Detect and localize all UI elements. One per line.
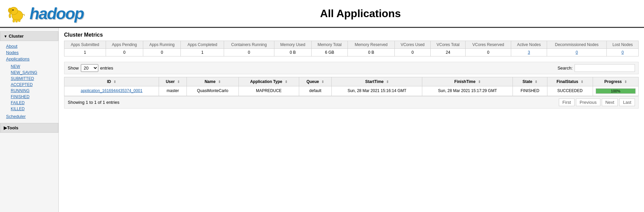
col-progress-label: Progress (604, 79, 622, 84)
sidebar-accepted-link[interactable]: ACCEPTED (9, 82, 58, 88)
app-sub-links: NEW NEW_SAVING SUBMITTED ACCEPTED RUNNIN… (0, 63, 58, 113)
col-final-status-sort-icon: ⇕ (581, 80, 583, 84)
cluster-metrics-title: Cluster Metrics (64, 32, 639, 38)
col-progress-sort-icon: ⇕ (624, 80, 627, 84)
svg-point-2 (8, 8, 12, 13)
sidebar-nodes-link[interactable]: Nodes (5, 49, 58, 56)
col-app-type-sort-icon: ⇕ (285, 80, 287, 84)
col-finish-time-sort-icon: ⇕ (478, 80, 481, 84)
metrics-col-memory-used: Memory Used (274, 41, 311, 49)
col-finish-time[interactable]: FinishTime ⇕ (422, 77, 513, 86)
col-user[interactable]: User ⇕ (159, 77, 187, 86)
metrics-val-vcores-used: 0 (394, 49, 430, 56)
col-start-time-label: StartTime (365, 79, 384, 84)
cell-final-status: SUCCEEDED (547, 86, 593, 96)
metrics-val-vcores-total: 24 (431, 49, 466, 56)
metrics-val-lost-nodes[interactable]: 0 (607, 49, 639, 56)
col-user-label: User (166, 79, 175, 84)
sidebar-about-link[interactable]: About (5, 43, 58, 49)
metrics-val-apps-pending: 0 (106, 49, 143, 56)
last-page-button[interactable]: Last (619, 98, 635, 106)
decommissioned-nodes-link[interactable]: 0 (576, 50, 578, 55)
metrics-col-vcores-total: VCores Total (431, 41, 466, 49)
metrics-val-apps-completed: 1 (181, 49, 224, 56)
hadoop-logo-text: hadoop (30, 4, 84, 23)
metrics-val-memory-used: 0 B (274, 49, 311, 56)
cluster-links: About Nodes Applications (0, 42, 58, 63)
metrics-col-active-nodes: Active Nodes (511, 41, 547, 49)
metrics-col-containers-running: Containers Running (224, 41, 274, 49)
sidebar-scheduler-link[interactable]: Scheduler (5, 113, 58, 120)
metrics-col-apps-submitted: Apps Submitted (64, 41, 106, 49)
logo-area: hadoop (7, 3, 84, 24)
cluster-metrics-table: Apps Submitted Apps Pending Apps Running… (64, 41, 639, 56)
col-app-type[interactable]: Application Type ⇕ (238, 77, 299, 86)
sidebar-failed-link[interactable]: FAILED (9, 100, 58, 106)
cell-state: FINISHED (513, 86, 547, 96)
col-queue-sort-icon: ⇕ (321, 80, 324, 84)
metrics-val-memory-total: 6 GB (312, 49, 348, 56)
sidebar-killed-link[interactable]: KILLED (9, 106, 58, 112)
svg-rect-5 (13, 19, 15, 22)
cell-progress: 100% (593, 86, 638, 96)
previous-page-button[interactable]: Previous (576, 98, 600, 106)
apps-table: ID ⇕ User ⇕ Name ⇕ Application Type ⇕ (64, 77, 639, 96)
lost-nodes-link[interactable]: 0 (622, 50, 624, 55)
col-final-status[interactable]: FinalStatus ⇕ (547, 77, 593, 86)
metrics-val-apps-running: 0 (143, 49, 181, 56)
sidebar-new-link[interactable]: NEW (9, 63, 58, 70)
show-entries-select[interactable]: 10 20 50 100 (81, 64, 98, 72)
cell-user: master (159, 86, 187, 96)
cell-id: application_1616944435374_0001 (64, 86, 159, 96)
col-id[interactable]: ID ⇕ (64, 77, 159, 86)
next-page-button[interactable]: Next (602, 98, 618, 106)
col-state[interactable]: State ⇕ (513, 77, 547, 86)
col-queue[interactable]: Queue ⇕ (299, 77, 332, 86)
cell-queue: default (299, 86, 332, 96)
metrics-val-active-nodes[interactable]: 3 (511, 49, 547, 56)
page-title-area: All Applications (84, 7, 637, 20)
app-id-link[interactable]: application_1616944435374_0001 (81, 88, 143, 93)
col-user-sort-icon: ⇕ (177, 80, 180, 84)
first-page-button[interactable]: First (559, 98, 575, 106)
metrics-col-vcores-reserved: VCores Reserved (466, 41, 511, 49)
col-name[interactable]: Name ⇕ (187, 77, 239, 86)
sidebar-running-link[interactable]: RUNNING (9, 88, 58, 94)
pagination-buttons: First Previous Next Last (559, 98, 635, 106)
sidebar-submitted-link[interactable]: SUBMITTED (9, 76, 58, 82)
table-footer: Showing 1 to 1 of 1 entries First Previo… (64, 96, 639, 109)
col-id-sort-icon: ⇕ (113, 80, 116, 84)
search-input[interactable] (575, 64, 635, 72)
main-layout: ▼ Cluster About Nodes Applications NEW N… (0, 28, 644, 212)
metrics-val-decommissioned-nodes[interactable]: 0 (547, 49, 607, 56)
col-progress[interactable]: Progress ⇕ (593, 77, 638, 86)
metrics-col-memory-total: Memory Total (312, 41, 348, 49)
active-nodes-link[interactable]: 3 (528, 50, 530, 55)
col-start-time[interactable]: StartTime ⇕ (332, 77, 422, 86)
search-label: Search: (557, 66, 573, 71)
metrics-col-lost-nodes: Lost Nodes (607, 41, 639, 49)
tools-label: Tools (7, 125, 18, 130)
col-start-time-sort-icon: ⇕ (386, 80, 389, 84)
progress-bar-container: 100% (596, 88, 636, 94)
cluster-section-header[interactable]: ▼ Cluster (0, 31, 58, 41)
svg-point-4 (13, 10, 13, 10)
tools-arrow-icon: ▶ (4, 125, 7, 130)
table-row: application_1616944435374_0001 master Qu… (64, 86, 639, 96)
metrics-col-memory-reserved: Memory Reserved (348, 41, 395, 49)
sidebar-new-saving-link[interactable]: NEW_SAVING (9, 70, 58, 76)
col-finish-time-label: FinishTime (454, 79, 476, 84)
progress-bar-label: 100% (596, 89, 635, 93)
cell-start-time: Sun, 28 Mar 2021 15:16:14 GMT (332, 86, 422, 96)
svg-rect-7 (18, 19, 20, 22)
col-name-label: Name (205, 79, 216, 84)
col-queue-label: Queue (307, 79, 319, 84)
hadoop-elephant-logo (7, 3, 27, 24)
entries-label: entries (100, 66, 113, 71)
sidebar-applications-link[interactable]: Applications (5, 56, 58, 62)
tools-section-header[interactable]: ▶ Tools (0, 123, 58, 133)
search-area: Search: (557, 64, 635, 72)
metrics-val-containers-running: 0 (224, 49, 274, 56)
sidebar-finished-link[interactable]: FINISHED (9, 94, 58, 100)
col-state-sort-icon: ⇕ (535, 80, 537, 84)
